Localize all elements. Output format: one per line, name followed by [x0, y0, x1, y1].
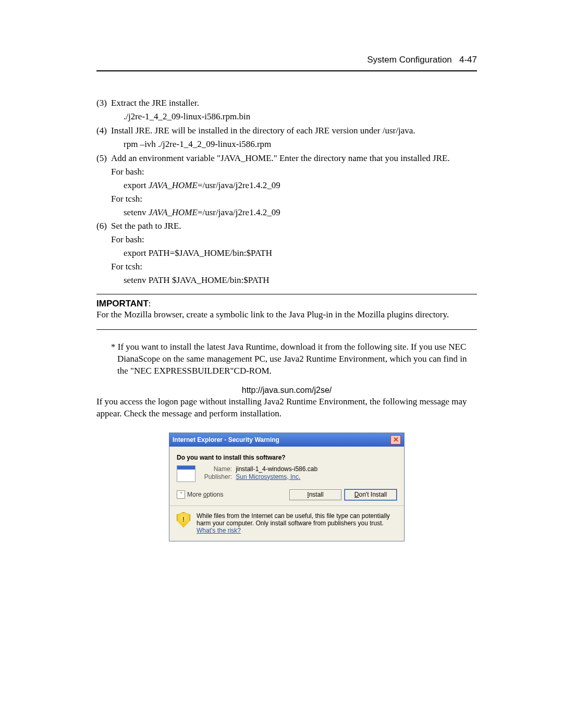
- bash-cmd: export PATH=$JAVA_HOME/bin:$PATH: [124, 248, 477, 260]
- dialog-question: Do you want to install this software?: [177, 454, 397, 461]
- install-button[interactable]: Install: [289, 489, 341, 500]
- step-3: (3) Extract the JRE installer. ./j2re-1_…: [111, 97, 477, 123]
- app-icon: [177, 465, 195, 482]
- step-text: Install JRE. JRE will be installed in th…: [111, 126, 415, 135]
- dialog-titlebar: Internet Explorer - Security Warning ✕: [169, 433, 404, 447]
- star-note: * If you want to install the latest Java…: [96, 341, 477, 377]
- step-marker: (6): [96, 220, 107, 232]
- dialog-footer-text: While files from the Internet can be use…: [197, 512, 397, 535]
- security-dialog: Internet Explorer - Security Warning ✕ D…: [169, 433, 405, 541]
- tcsh-cmd: setenv PATH $JAVA_HOME/bin:$PATH: [124, 275, 477, 287]
- tcsh-label: For tcsh:: [111, 193, 477, 205]
- name-value: jinstall-1_4-windows-i586.cab: [236, 465, 317, 473]
- step-cmd: ./j2re-1_4_2_09-linux-i586.rpm.bin: [124, 111, 477, 123]
- steps-list: (3) Extract the JRE installer. ./j2re-1_…: [96, 97, 477, 287]
- section-title: System Configuration: [367, 55, 452, 65]
- close-icon[interactable]: ✕: [390, 435, 401, 445]
- step-cmd: rpm –ivh ./j2re-1_4_2_09-linux-i586.rpm: [124, 139, 477, 151]
- step-marker: (5): [96, 153, 107, 165]
- step-text: Extract the JRE installer.: [111, 98, 199, 108]
- dialog-title: Internet Explorer - Security Warning: [173, 436, 279, 443]
- page-number: 4-47: [459, 55, 477, 65]
- important-box: IMPORTANT: For the Mozilla browser, crea…: [96, 294, 477, 330]
- step-4: (4) Install JRE. JRE will be installed i…: [111, 125, 477, 151]
- more-options-toggle[interactable]: ˅ More options: [177, 490, 223, 499]
- step-marker: (3): [96, 97, 107, 109]
- download-url: http://java.sun.com/j2se/: [96, 386, 477, 395]
- important-body: For the Mozilla browser, create a symbol…: [96, 309, 477, 321]
- step-marker: (4): [96, 125, 107, 137]
- bash-label: For bash:: [111, 234, 477, 246]
- step-text: Set the path to JRE.: [111, 221, 181, 231]
- publisher-link[interactable]: Sun Microsystems, Inc.: [236, 473, 300, 480]
- bash-cmd: export JAVA_HOME=/usr/java/j2re1.4.2_09: [124, 180, 477, 192]
- important-label: IMPORTANT: [96, 299, 149, 309]
- step-5: (5) Add an environment variable "JAVA_HO…: [111, 153, 477, 219]
- final-note: If you access the logon page without ins…: [96, 396, 477, 420]
- dont-install-button[interactable]: Don't Install: [345, 489, 397, 500]
- publisher-label: Publisher:: [201, 473, 232, 480]
- step-text: Add an environment variable "JAVA_HOME."…: [111, 153, 450, 163]
- page-header: System Configuration 4-47: [96, 55, 477, 71]
- risk-link[interactable]: What's the risk?: [197, 527, 241, 534]
- chevron-down-icon: ˅: [177, 490, 185, 499]
- name-label: Name:: [201, 465, 232, 473]
- step-6: (6) Set the path to JRE. For bash: expor…: [111, 220, 477, 287]
- tcsh-cmd: setenv JAVA_HOME=/usr/java/j2re1.4.2_09: [124, 207, 477, 219]
- shield-icon: !: [177, 512, 190, 528]
- tcsh-label: For tcsh:: [111, 261, 477, 273]
- bash-label: For bash:: [111, 166, 477, 178]
